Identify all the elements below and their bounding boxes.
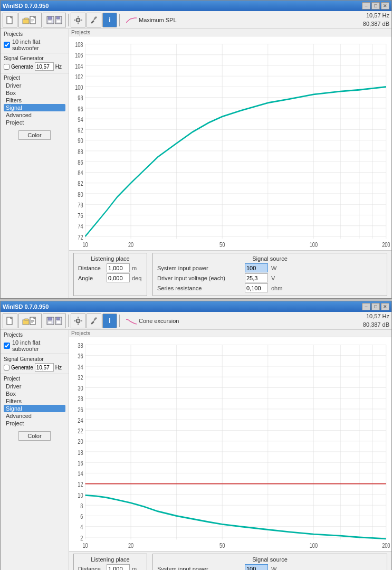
svg-rect-5: [31, 21, 34, 21]
nav-filters-2[interactable]: Filters: [4, 397, 65, 405]
svg-rect-18: [81, 20, 82, 21]
sig-gen-section-2: Signal Generator Generate Hz: [1, 354, 69, 373]
series-res-row-1: Series resistance ohm: [157, 283, 383, 292]
angle-input-1[interactable]: [107, 273, 130, 282]
window-1: WinISD 0.7.0.950 – □ ✕ i: [0, 0, 392, 299]
input-power-input-2[interactable]: [245, 564, 268, 570]
content-area-1: Projects 10 inch flat subwoofer Signal G…: [1, 29, 391, 298]
input-power-input-1[interactable]: [245, 263, 268, 272]
nav-project-1[interactable]: Project: [4, 119, 65, 126]
maximize-btn-2[interactable]: □: [371, 303, 380, 310]
series-res-input-1[interactable]: [245, 283, 268, 292]
svg-text:92: 92: [78, 127, 83, 134]
open-btn-1[interactable]: [18, 13, 42, 27]
svg-text:20: 20: [128, 542, 133, 549]
distance-row-2: Distance m: [78, 564, 142, 570]
nav-signal-1[interactable]: Signal: [4, 104, 65, 111]
project-section-1: Project Driver Box Filters Signal Advanc…: [1, 73, 69, 126]
generate-checkbox-1[interactable]: [4, 64, 9, 70]
distance-unit-1: m: [132, 265, 137, 271]
sidebar-1: Projects 10 inch flat subwoofer Signal G…: [1, 29, 69, 298]
window-title-2: WinISD 0.7.0.950: [3, 303, 49, 310]
svg-rect-88: [78, 317, 79, 318]
svg-text:76: 76: [78, 212, 83, 220]
info-btn-1[interactable]: i: [102, 13, 117, 27]
svg-text:38: 38: [78, 342, 83, 349]
close-btn-2[interactable]: ✕: [381, 303, 389, 310]
status-spl-2: 80,387 dB: [363, 321, 389, 329]
svg-text:2: 2: [80, 534, 83, 542]
projects-label-1: Projects: [1, 30, 69, 38]
color-btn-2[interactable]: Color: [18, 431, 50, 441]
svg-text:50: 50: [219, 542, 225, 549]
svg-text:4: 4: [80, 524, 83, 531]
save-btn-2[interactable]: [43, 314, 66, 328]
project-item-1[interactable]: 10 inch flat subwoofer: [1, 38, 69, 52]
open-btn-2[interactable]: [18, 314, 42, 328]
window-controls-1: – □ ✕: [362, 2, 389, 10]
nav-filters-1[interactable]: Filters: [4, 97, 65, 104]
distance-input-1[interactable]: [107, 263, 130, 272]
input-power-row-2: System input power W: [157, 564, 383, 570]
generate-value-1[interactable]: [35, 62, 54, 71]
nav-project-2[interactable]: Project: [4, 420, 65, 427]
tools-btn-1[interactable]: [87, 13, 101, 27]
generate-value-2[interactable]: [35, 363, 54, 372]
project-section-2: Project Driver Box Filters Signal Advanc…: [1, 374, 69, 427]
svg-text:100: 100: [75, 84, 83, 91]
sig-gen-label-2: Signal Generator: [4, 356, 65, 363]
svg-rect-11: [56, 16, 60, 19]
svg-text:8: 8: [80, 502, 83, 509]
svg-rect-8: [48, 16, 52, 20]
svg-text:106: 106: [75, 52, 83, 59]
svg-rect-9: [48, 21, 52, 23]
project-checkbox-2[interactable]: [4, 343, 10, 349]
angle-unit-1: deq: [132, 275, 141, 281]
svg-rect-12: [56, 20, 61, 23]
svg-text:104: 104: [75, 62, 83, 70]
generate-label-2: Generate: [11, 365, 33, 370]
series-res-label-1: Series resistance: [157, 285, 242, 291]
settings-btn-1[interactable]: [71, 13, 85, 27]
svg-text:94: 94: [78, 116, 83, 123]
save-btn-1[interactable]: [43, 13, 66, 27]
driver-voltage-input-1[interactable]: [245, 273, 268, 282]
settings-btn-2[interactable]: [71, 314, 85, 328]
svg-rect-78: [31, 321, 34, 322]
minimize-btn-2[interactable]: –: [362, 303, 370, 310]
nav-advanced-1[interactable]: Advanced: [4, 111, 65, 119]
graph-title-1: Maximum SPL: [139, 17, 177, 23]
maximize-btn-1[interactable]: □: [371, 2, 380, 10]
graph-svg-1: 108 106 104 102 100 98 96 94 92 90 88 86…: [69, 36, 391, 250]
nav-signal-2[interactable]: Signal: [4, 405, 65, 412]
close-btn-1[interactable]: ✕: [381, 2, 389, 10]
separator-3: [68, 315, 69, 327]
svg-rect-84: [56, 317, 60, 320]
graph-label-1: Maximum SPL: [126, 16, 177, 24]
nav-box-2[interactable]: Box: [4, 390, 65, 397]
project-name-2: 10 inch flat subwoofer: [12, 339, 65, 352]
nav-driver-1[interactable]: Driver: [4, 82, 65, 89]
nav-box-1[interactable]: Box: [4, 89, 65, 97]
sig-gen-section-1: Signal Generator Generate Hz: [1, 53, 69, 72]
project-nav-label-1: Project: [4, 75, 65, 82]
minimize-btn-1[interactable]: –: [362, 2, 370, 10]
tools-btn-2[interactable]: [87, 314, 101, 328]
graph-svg-2: 38 36 34 32 30 28 26 24 22 20 18 16 14 1…: [69, 337, 391, 551]
svg-text:90: 90: [78, 137, 83, 145]
new-btn-2[interactable]: [3, 314, 17, 328]
svg-text:100: 100: [310, 241, 318, 249]
svg-rect-92: [91, 320, 94, 324]
svg-text:6: 6: [80, 513, 83, 520]
signal-source-box-2: Signal source System input power W Drive…: [152, 554, 387, 570]
info-btn-2[interactable]: i: [102, 314, 117, 328]
nav-advanced-2[interactable]: Advanced: [4, 412, 65, 420]
generate-checkbox-2[interactable]: [4, 365, 9, 370]
nav-driver-2[interactable]: Driver: [4, 383, 65, 390]
new-btn-1[interactable]: [3, 13, 17, 27]
project-checkbox-1[interactable]: [4, 42, 10, 48]
distance-input-2[interactable]: [107, 564, 130, 570]
color-btn-1[interactable]: Color: [18, 130, 50, 140]
svg-text:80: 80: [78, 191, 83, 198]
project-item-2[interactable]: 10 inch flat subwoofer: [1, 339, 69, 353]
